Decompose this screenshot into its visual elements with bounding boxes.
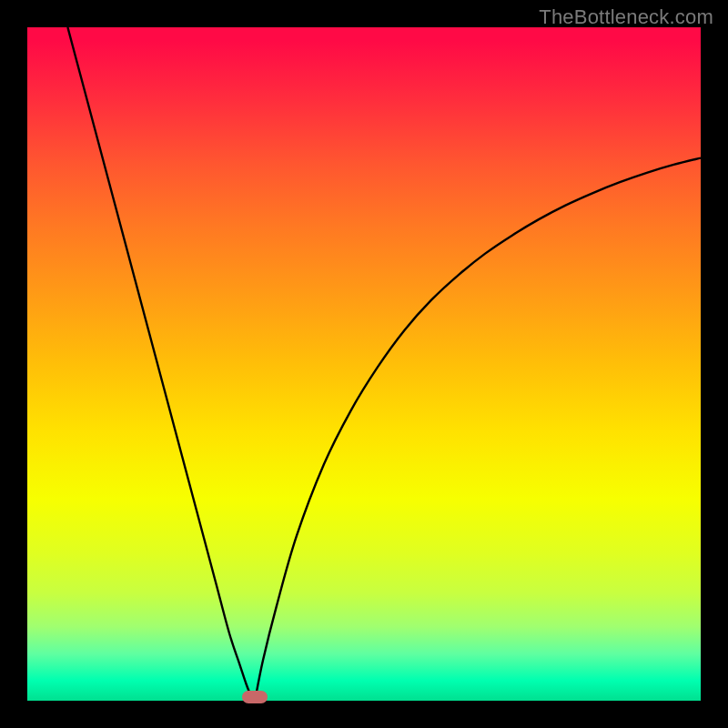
min-marker — [242, 691, 268, 703]
curve-left-branch — [67, 27, 255, 701]
watermark-text: TheBottleneck.com — [539, 5, 713, 29]
curve-layer — [27, 27, 701, 701]
chart-frame: TheBottleneck.com — [0, 0, 728, 728]
curve-right-branch — [255, 158, 701, 701]
plot-area — [27, 27, 701, 701]
